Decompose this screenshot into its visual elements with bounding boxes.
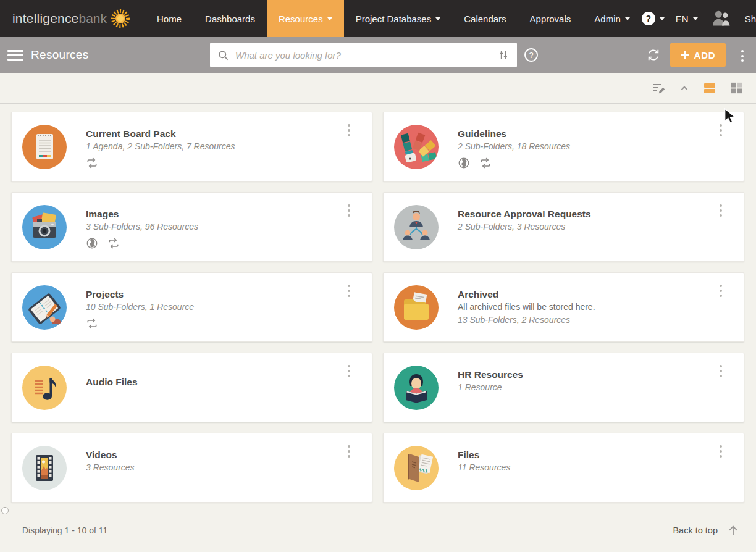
displaying-count: Displaying 1 - 10 of 11 xyxy=(22,525,107,535)
notebook-icon xyxy=(22,285,67,330)
search-box xyxy=(210,43,517,67)
bulk-edit-icon[interactable] xyxy=(650,81,666,96)
nav-item-home[interactable]: Home xyxy=(145,0,193,37)
folder-title: Videos xyxy=(86,449,335,461)
kebab-menu-icon[interactable] xyxy=(718,363,724,379)
add-button-label: ADD xyxy=(694,50,716,61)
folder-badges xyxy=(458,157,707,169)
folder-title: Current Board Pack xyxy=(86,128,335,140)
search-icon xyxy=(217,49,229,61)
nav-item-project-databases[interactable]: Project Databases xyxy=(344,0,453,37)
camera-icon xyxy=(22,205,67,249)
folder-title: HR Resources xyxy=(458,369,707,381)
arrow-up-icon xyxy=(726,524,740,537)
user-avatar-icon[interactable] xyxy=(709,8,734,29)
app-window: intelligencebank HomeDashboardsResources… xyxy=(0,0,756,552)
logo-text-intelligence: intelligence xyxy=(12,11,78,26)
kebab-menu-icon[interactable] xyxy=(346,122,352,138)
folder-card-images[interactable]: Images 3 Sub-Folders, 96 Resources xyxy=(11,192,372,262)
reader-icon xyxy=(394,366,439,410)
caret-down-icon xyxy=(327,17,332,20)
nav-item-calendars[interactable]: Calendars xyxy=(452,0,518,37)
top-navbar: intelligencebank HomeDashboardsResources… xyxy=(0,0,756,37)
pagination-track xyxy=(5,511,756,511)
folder-card-current-board-pack[interactable]: Current Board Pack 1 Agenda, 2 Sub-Folde… xyxy=(11,112,372,182)
view-controls-row xyxy=(0,73,756,104)
scroll-slider-handle[interactable] xyxy=(1,507,9,514)
repeat-icon xyxy=(86,317,98,330)
intelligencebank-logo[interactable]: intelligencebank xyxy=(0,0,130,37)
kebab-menu-icon[interactable] xyxy=(718,203,724,219)
folder-badges xyxy=(86,237,335,249)
nav-item-admin[interactable]: Admin xyxy=(582,0,642,37)
folder-meta: 1 Resource xyxy=(458,381,707,394)
refresh-icon[interactable] xyxy=(647,48,660,64)
nav-item-resources[interactable]: Resources xyxy=(267,0,344,37)
module-toolbar: Resources ? ADD xyxy=(0,37,756,73)
kebab-menu-icon[interactable] xyxy=(346,203,352,219)
nav-item-label: Home xyxy=(157,14,182,24)
kebab-menu-icon[interactable] xyxy=(346,443,352,459)
list-view-icon[interactable] xyxy=(702,81,717,96)
folder-badges xyxy=(86,317,335,330)
back-to-top-label: Back to top xyxy=(673,525,718,535)
language-menu[interactable]: EN xyxy=(676,14,698,24)
boardpack-icon xyxy=(22,125,67,169)
folder-card-guidelines[interactable]: Guidelines 2 Sub-Folders, 18 Resources xyxy=(383,112,744,182)
folder-card-projects[interactable]: Projects 10 Sub-Folders, 1 Resource xyxy=(11,272,372,342)
nav-item-label: Dashboards xyxy=(205,14,255,24)
folder-title: Audio Files xyxy=(86,376,335,388)
kebab-menu-icon[interactable] xyxy=(718,283,724,299)
folder-card-videos[interactable]: Videos 3 Resources xyxy=(11,433,372,503)
nav-item-label: Approvals xyxy=(530,14,571,24)
nav-item-approvals[interactable]: Approvals xyxy=(518,0,583,37)
folder-meta: 11 Resources xyxy=(458,461,707,474)
nav-item-dashboards[interactable]: Dashboards xyxy=(193,0,267,37)
filter-sliders-icon[interactable] xyxy=(497,49,510,61)
caret-down-icon xyxy=(435,17,440,20)
folder-title: Files xyxy=(458,449,707,461)
kebab-menu-icon[interactable] xyxy=(718,443,724,459)
folder-title: Projects xyxy=(86,288,335,301)
folder-card-resource-approval-requests[interactable]: Resource Approval Requests 2 Sub-Folders… xyxy=(383,192,744,262)
hamburger-menu-icon[interactable] xyxy=(7,48,23,62)
toolbar-overflow-menu-icon[interactable] xyxy=(740,49,745,63)
search-input[interactable] xyxy=(235,50,497,61)
card-body: Archived All archived files will be stor… xyxy=(384,273,744,327)
music-icon xyxy=(22,366,67,410)
help-menu[interactable]: ? xyxy=(642,12,665,25)
kebab-menu-icon[interactable] xyxy=(346,363,352,379)
language-label: EN xyxy=(676,14,689,24)
folder-title: Resource Approval Requests xyxy=(458,208,707,220)
folder-card-audio-files[interactable]: Audio Files xyxy=(11,353,372,422)
help-icon: ? xyxy=(642,12,655,25)
globe-icon xyxy=(458,157,470,169)
kebab-menu-icon[interactable] xyxy=(346,283,352,299)
caret-down-icon xyxy=(693,17,698,20)
plus-icon xyxy=(681,51,689,59)
folder-title: Archived xyxy=(458,288,707,301)
grid-view-icon[interactable] xyxy=(729,81,744,95)
folder-meta: 10 Sub-Folders, 1 Resource xyxy=(86,301,335,314)
account-menu[interactable]: Showcase xyxy=(745,14,756,24)
folder-card-archived[interactable]: Archived All archived files will be stor… xyxy=(383,272,744,342)
collapse-chevron-icon[interactable] xyxy=(679,83,690,94)
folder-meta: 3 Sub-Folders, 96 Resources xyxy=(86,220,335,233)
folder-cards-grid: Current Board Pack 1 Agenda, 2 Sub-Folde… xyxy=(0,104,756,503)
repeat-icon xyxy=(107,237,120,249)
folder-card-files[interactable]: Files 11 Resources xyxy=(383,433,744,503)
caret-down-icon xyxy=(625,17,630,20)
folder-title: Images xyxy=(86,208,335,220)
navbar-right: ? EN Showcase xyxy=(642,0,756,37)
nav-item-label: Project Databases xyxy=(356,14,432,24)
add-button[interactable]: ADD xyxy=(670,43,726,67)
back-to-top-button[interactable]: Back to top xyxy=(673,524,740,537)
search-help-icon[interactable]: ? xyxy=(524,48,539,65)
folder-meta: 13 Sub-Folders, 2 Resources xyxy=(458,314,707,327)
page-title: Resources xyxy=(31,48,89,62)
main-nav-menu: HomeDashboardsResourcesProject Databases… xyxy=(145,0,642,37)
folder-meta: 2 Sub-Folders, 18 Resources xyxy=(458,140,707,153)
kebab-menu-icon[interactable] xyxy=(718,122,724,138)
folder-card-hr-resources[interactable]: HR Resources 1 Resource xyxy=(383,353,744,422)
film-icon xyxy=(22,446,67,490)
